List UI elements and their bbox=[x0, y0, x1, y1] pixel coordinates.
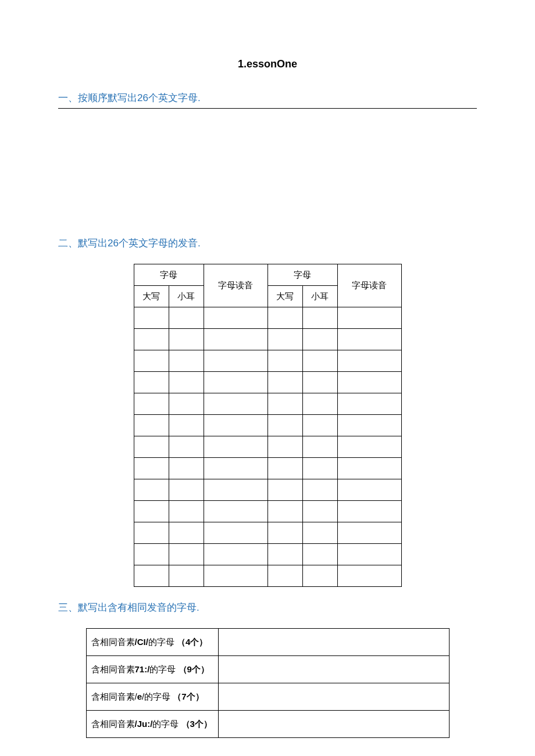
table-cell[interactable] bbox=[337, 458, 401, 479]
table-cell[interactable] bbox=[134, 522, 169, 544]
table-cell[interactable] bbox=[204, 329, 268, 350]
table-cell[interactable] bbox=[204, 393, 268, 415]
table-cell[interactable] bbox=[169, 544, 204, 565]
table-cell[interactable] bbox=[337, 522, 401, 544]
label-prefix: 含相同音素/ bbox=[91, 691, 137, 701]
table-cell[interactable] bbox=[134, 501, 169, 522]
label-count: （9个） bbox=[179, 664, 209, 674]
table-cell[interactable] bbox=[302, 458, 337, 479]
table-cell[interactable] bbox=[268, 393, 302, 415]
table-cell[interactable] bbox=[302, 436, 337, 458]
table-cell[interactable] bbox=[337, 393, 401, 415]
table-cell[interactable] bbox=[169, 436, 204, 458]
table-cell[interactable] bbox=[169, 393, 204, 415]
table-cell[interactable] bbox=[302, 565, 337, 587]
table-cell[interactable] bbox=[134, 565, 169, 587]
table-cell[interactable] bbox=[169, 458, 204, 479]
phonetics-table-body bbox=[134, 307, 401, 587]
table-cell[interactable] bbox=[169, 565, 204, 587]
table-cell[interactable] bbox=[302, 350, 337, 372]
table-cell[interactable] bbox=[337, 565, 401, 587]
table-cell[interactable] bbox=[204, 479, 268, 501]
label-code: /CI/ bbox=[135, 637, 148, 647]
table-cell[interactable] bbox=[337, 415, 401, 436]
table-cell[interactable] bbox=[302, 522, 337, 544]
table-cell[interactable] bbox=[134, 458, 169, 479]
same-sound-answer-cell[interactable] bbox=[218, 683, 449, 711]
col-lower-2: 小耳 bbox=[302, 286, 337, 307]
same-sound-answer-cell[interactable] bbox=[218, 656, 449, 683]
label-mid: /的字母 bbox=[142, 691, 170, 701]
table-row bbox=[134, 479, 401, 501]
table-cell[interactable] bbox=[204, 436, 268, 458]
table-cell[interactable] bbox=[268, 436, 302, 458]
table-cell[interactable] bbox=[302, 307, 337, 329]
table-cell[interactable] bbox=[204, 307, 268, 329]
table-cell[interactable] bbox=[134, 307, 169, 329]
table-cell[interactable] bbox=[268, 329, 302, 350]
table-cell[interactable] bbox=[337, 479, 401, 501]
table-cell[interactable] bbox=[268, 501, 302, 522]
table-cell[interactable] bbox=[169, 350, 204, 372]
table-cell[interactable] bbox=[169, 522, 204, 544]
table-cell[interactable] bbox=[134, 544, 169, 565]
table-row: 含相同音素/CI/的字母 （4个） bbox=[86, 629, 449, 656]
table-cell[interactable] bbox=[302, 372, 337, 393]
same-sound-table-body: 含相同音素/CI/的字母 （4个）含相同音素71:/的字母 （9个）含相同音素/… bbox=[86, 629, 449, 738]
table-cell[interactable] bbox=[302, 393, 337, 415]
table-cell[interactable] bbox=[169, 372, 204, 393]
same-sound-label: 含相同音素/CI/的字母 （4个） bbox=[86, 629, 218, 656]
table-cell[interactable] bbox=[268, 522, 302, 544]
table-cell[interactable] bbox=[204, 522, 268, 544]
table-cell[interactable] bbox=[169, 307, 204, 329]
same-sound-answer-cell[interactable] bbox=[218, 711, 449, 738]
table-cell[interactable] bbox=[169, 501, 204, 522]
same-sound-answer-cell[interactable] bbox=[218, 629, 449, 656]
table-cell[interactable] bbox=[169, 479, 204, 501]
table-cell[interactable] bbox=[134, 329, 169, 350]
table-cell[interactable] bbox=[204, 544, 268, 565]
table-row bbox=[134, 307, 401, 329]
table-cell[interactable] bbox=[169, 415, 204, 436]
table-row bbox=[134, 544, 401, 565]
table-cell[interactable] bbox=[268, 458, 302, 479]
table-cell[interactable] bbox=[337, 544, 401, 565]
table-cell[interactable] bbox=[302, 479, 337, 501]
col-letter-group-2: 字母 bbox=[268, 264, 337, 286]
table-cell[interactable] bbox=[134, 372, 169, 393]
table-cell[interactable] bbox=[134, 350, 169, 372]
table-cell[interactable] bbox=[302, 329, 337, 350]
table-cell[interactable] bbox=[204, 565, 268, 587]
table-cell[interactable] bbox=[204, 458, 268, 479]
label-count: （7个） bbox=[173, 691, 204, 701]
table-cell[interactable] bbox=[337, 350, 401, 372]
table-cell[interactable] bbox=[268, 415, 302, 436]
table-cell[interactable] bbox=[204, 415, 268, 436]
table-cell[interactable] bbox=[169, 329, 204, 350]
table-cell[interactable] bbox=[268, 565, 302, 587]
table-cell[interactable] bbox=[134, 436, 169, 458]
table-cell[interactable] bbox=[134, 393, 169, 415]
table-cell[interactable] bbox=[204, 501, 268, 522]
table-cell[interactable] bbox=[337, 436, 401, 458]
table-cell[interactable] bbox=[268, 350, 302, 372]
col-upper-1: 大写 bbox=[134, 286, 169, 307]
table-cell[interactable] bbox=[337, 372, 401, 393]
table-cell[interactable] bbox=[302, 415, 337, 436]
table-cell[interactable] bbox=[268, 544, 302, 565]
table-cell[interactable] bbox=[302, 501, 337, 522]
table-cell[interactable] bbox=[134, 415, 169, 436]
table-cell[interactable] bbox=[204, 372, 268, 393]
table-cell[interactable] bbox=[337, 329, 401, 350]
table-cell[interactable] bbox=[134, 479, 169, 501]
table-cell[interactable] bbox=[268, 479, 302, 501]
col-pron-1: 字母读音 bbox=[204, 264, 268, 307]
table-cell[interactable] bbox=[268, 307, 302, 329]
table-cell[interactable] bbox=[337, 307, 401, 329]
label-mid: 的字母 bbox=[152, 719, 179, 729]
table-cell[interactable] bbox=[268, 372, 302, 393]
table-cell[interactable] bbox=[302, 544, 337, 565]
table-row: 含相同音素/Ju:/的字母 （3个） bbox=[86, 711, 449, 738]
table-cell[interactable] bbox=[337, 501, 401, 522]
table-cell[interactable] bbox=[204, 350, 268, 372]
